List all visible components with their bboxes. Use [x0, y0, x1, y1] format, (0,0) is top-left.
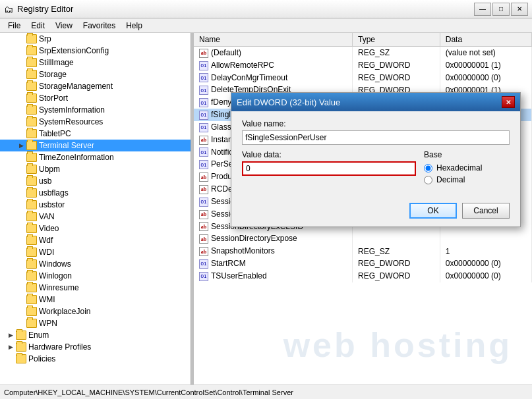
ok-button[interactable]: OK	[409, 203, 457, 219]
base-label: Base	[424, 150, 510, 159]
radio-group: Hexadecimal Decimal	[424, 163, 510, 184]
data-base-row: Value data: Base Hexadecimal Decimal	[242, 150, 510, 184]
radio-dec-label: Decimal	[436, 175, 465, 184]
radio-dec-input[interactable]	[424, 176, 432, 184]
radio-hexadecimal[interactable]: Hexadecimal	[424, 163, 510, 173]
value-data-input[interactable]	[242, 161, 416, 176]
value-name-label: Value name:	[242, 119, 510, 128]
value-data-label: Value data:	[242, 150, 416, 159]
dialog-title: Edit DWORD (32-bit) Value	[237, 97, 340, 107]
edit-dword-dialog: Edit DWORD (32-bit) Value ✕ Value name: …	[231, 92, 521, 227]
dialog-close-button[interactable]: ✕	[502, 96, 515, 108]
value-data-section: Value data:	[242, 150, 416, 184]
base-section: Base Hexadecimal Decimal	[424, 150, 510, 184]
dialog-footer: OK Cancel	[231, 199, 520, 226]
cancel-button[interactable]: Cancel	[462, 203, 510, 219]
radio-hex-label: Hexadecimal	[436, 163, 482, 173]
dialog-body: Value name: Value data: Base Hexadecimal	[231, 111, 520, 199]
value-name-input[interactable]	[242, 130, 510, 145]
dialog-title-bar: Edit DWORD (32-bit) Value ✕	[231, 93, 520, 111]
radio-decimal[interactable]: Decimal	[424, 175, 510, 184]
radio-hex-input[interactable]	[424, 164, 432, 173]
modal-overlay: Edit DWORD (32-bit) Value ✕ Value name: …	[0, 0, 532, 399]
